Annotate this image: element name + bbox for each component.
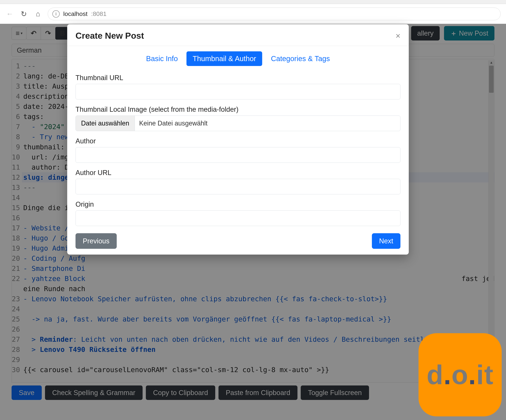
tab-categories-tags[interactable]: Categories & Tags (265, 51, 336, 66)
thumbnail-file-picker[interactable]: Datei auswählen Keine Datei ausgewählt (76, 115, 400, 131)
scroll-up-icon[interactable]: ▲ (489, 60, 494, 65)
url-port: :8081 (91, 10, 107, 17)
nav-back-button[interactable]: ← (5, 10, 14, 18)
redo-button[interactable]: ↷ (41, 27, 55, 40)
modal-footer: Previous Next (76, 233, 400, 249)
thumbnail-url-input[interactable] (76, 84, 400, 99)
browser-toolbar: ← ↻ ⌂ i localhost:8081 (0, 4, 506, 24)
modal-title: Create New Post (76, 31, 144, 41)
thumbnail-local-label: Thumbnail Local Image (select from the m… (76, 106, 400, 113)
modal-header: Create New Post × (67, 24, 409, 46)
origin-input[interactable] (76, 210, 400, 226)
toolbar-group-history: ↶ ↷ (26, 27, 55, 40)
toolbar-group-menu: ≡▾ (12, 27, 27, 40)
nav-reload-button[interactable]: ↻ (20, 10, 28, 18)
modal-close-button[interactable]: × (396, 32, 400, 40)
site-info-icon[interactable]: i (53, 10, 60, 18)
gallery-button[interactable]: allery (411, 26, 440, 41)
tab-thumbnail-author[interactable]: Thumbnail & Author (186, 51, 262, 66)
nav-home-button[interactable]: ⌂ (34, 10, 42, 18)
next-button[interactable]: Next (372, 233, 400, 249)
origin-label: Origin (76, 201, 400, 208)
author-input[interactable] (76, 147, 400, 163)
author-label: Author (76, 137, 400, 145)
menu-button[interactable]: ≡▾ (12, 27, 26, 40)
doit-badge[interactable]: d.o.it (419, 333, 502, 416)
address-bar[interactable]: i localhost:8081 (48, 7, 501, 20)
line-gutter: 1234567891011121314151617181920212223242… (12, 59, 22, 382)
previous-button[interactable]: Previous (76, 233, 117, 249)
modal-tabs: Basic Info Thumbnail & Author Categories… (76, 51, 400, 66)
new-post-button[interactable]: ＋New Post (444, 26, 494, 41)
file-status-text: Keine Datei ausgewählt (135, 116, 212, 131)
author-url-label: Author URL (76, 169, 400, 177)
spellcheck-button[interactable]: Check Spelling & Grammar (45, 386, 143, 400)
tab-basic-info[interactable]: Basic Info (140, 51, 184, 66)
thumbnail-url-label: Thumbnail URL (76, 74, 400, 82)
scrollbar-thumb[interactable] (489, 66, 494, 93)
paste-clipboard-button[interactable]: Paste from Clipboard (219, 386, 297, 400)
create-post-modal: Create New Post × Basic Info Thumbnail &… (67, 24, 409, 255)
browser-tab-strip (0, 0, 506, 4)
url-host: localhost (63, 10, 87, 17)
file-choose-button[interactable]: Datei auswählen (76, 116, 135, 131)
save-button[interactable]: Save (12, 386, 42, 400)
undo-button[interactable]: ↶ (27, 27, 41, 40)
author-url-input[interactable] (76, 179, 400, 194)
fullscreen-button[interactable]: Toggle Fullscreen (301, 386, 369, 400)
copy-clipboard-button[interactable]: Copy to Clipboard (146, 386, 215, 400)
